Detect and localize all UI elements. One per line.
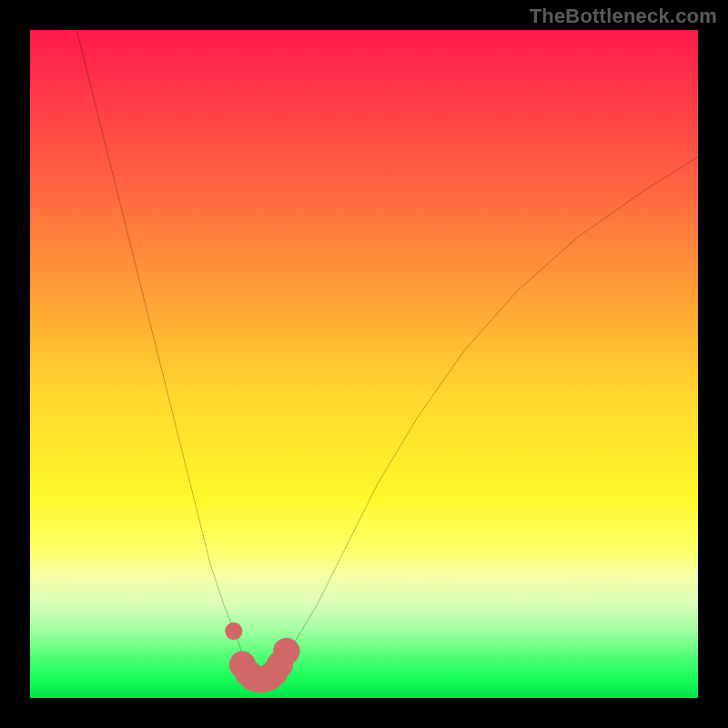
chart-frame: TheBottleneck.com bbox=[0, 0, 728, 728]
curve-svg bbox=[30, 30, 698, 698]
curve-markers bbox=[225, 622, 299, 693]
plot-area bbox=[30, 30, 698, 698]
marker-left bbox=[225, 622, 242, 640]
marker-bottom-blob bbox=[273, 638, 299, 664]
watermark-text: TheBottleneck.com bbox=[530, 5, 717, 28]
bottleneck-curve bbox=[76, 30, 698, 678]
